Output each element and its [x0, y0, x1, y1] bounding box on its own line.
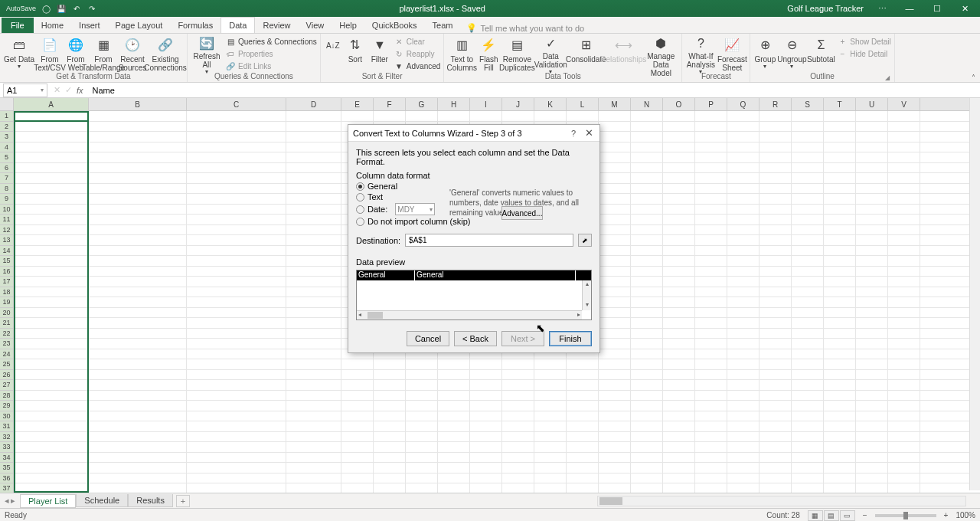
cell[interactable]: [187, 163, 286, 173]
cell[interactable]: [286, 308, 341, 318]
cell[interactable]: [695, 483, 727, 493]
cell[interactable]: [856, 329, 888, 339]
cell[interactable]: [14, 184, 89, 194]
cell[interactable]: [631, 256, 663, 266]
view-page-break-icon[interactable]: ▭: [840, 510, 855, 521]
cell[interactable]: [824, 246, 856, 256]
cell[interactable]: [663, 329, 695, 339]
cell[interactable]: [599, 473, 631, 483]
cell[interactable]: [286, 267, 341, 277]
cell[interactable]: [599, 308, 631, 318]
cell[interactable]: [286, 215, 341, 224]
cell[interactable]: [89, 267, 187, 277]
cell[interactable]: [631, 225, 663, 235]
cell[interactable]: [470, 432, 502, 442]
cell[interactable]: [286, 143, 341, 152]
cell[interactable]: [599, 483, 631, 493]
cell[interactable]: [824, 225, 856, 235]
cell[interactable]: [502, 483, 534, 493]
tab-page-layout[interactable]: Page Layout: [108, 18, 171, 33]
cell[interactable]: [438, 432, 470, 442]
ungroup-button[interactable]: ⊖Ungroup▾: [778, 35, 805, 72]
row-header[interactable]: 18: [0, 287, 13, 298]
cell[interactable]: [727, 256, 760, 266]
cell[interactable]: [888, 194, 920, 204]
cell[interactable]: [286, 318, 341, 328]
cell[interactable]: [438, 370, 470, 380]
cell[interactable]: [89, 111, 187, 121]
cell[interactable]: [824, 370, 856, 380]
cell[interactable]: [599, 411, 631, 421]
cell[interactable]: [792, 349, 824, 359]
cell[interactable]: [856, 359, 888, 369]
tab-review[interactable]: Review: [255, 18, 298, 33]
cell[interactable]: [187, 132, 286, 142]
cell[interactable]: [286, 132, 341, 142]
column-header[interactable]: T: [824, 98, 856, 110]
cell[interactable]: [856, 194, 888, 204]
cell[interactable]: [187, 411, 286, 421]
clear-button[interactable]: ✕Clear: [394, 35, 440, 48]
cell[interactable]: [727, 453, 760, 463]
cell[interactable]: [760, 246, 792, 256]
cell[interactable]: [341, 432, 374, 442]
cell[interactable]: [406, 359, 438, 369]
cell[interactable]: [187, 453, 286, 463]
cell[interactable]: [727, 432, 760, 442]
group-button[interactable]: ⊕Group▾: [753, 35, 776, 72]
column-header[interactable]: V: [888, 98, 920, 110]
cell[interactable]: [631, 235, 663, 245]
cell[interactable]: [695, 401, 727, 411]
cell[interactable]: [663, 453, 695, 463]
tab-team[interactable]: Team: [425, 18, 461, 33]
cell[interactable]: [695, 225, 727, 235]
horizontal-scrollbar[interactable]: [597, 496, 966, 506]
row-header[interactable]: 22: [0, 329, 13, 339]
cell[interactable]: [663, 421, 695, 431]
column-header[interactable]: D: [286, 98, 341, 110]
cell[interactable]: [760, 308, 792, 318]
cell[interactable]: [760, 463, 792, 473]
cell[interactable]: [663, 205, 695, 215]
cell[interactable]: [286, 122, 341, 132]
cell[interactable]: [89, 256, 187, 266]
cell[interactable]: [631, 370, 663, 380]
formula-input[interactable]: [90, 86, 980, 95]
cell[interactable]: [438, 473, 470, 483]
cell[interactable]: [824, 235, 856, 245]
cell[interactable]: [14, 432, 89, 442]
cell[interactable]: [187, 287, 286, 297]
cell[interactable]: [89, 277, 187, 287]
cell[interactable]: [631, 205, 663, 215]
cell[interactable]: [792, 359, 824, 369]
cell[interactable]: [631, 339, 663, 349]
cell[interactable]: [286, 473, 341, 483]
column-header[interactable]: G: [406, 98, 438, 110]
cell[interactable]: [286, 329, 341, 339]
cell[interactable]: [89, 329, 187, 339]
cell[interactable]: [631, 442, 663, 452]
preview-h-scrollbar[interactable]: ◂ ▸: [357, 310, 582, 319]
cell[interactable]: [631, 215, 663, 224]
cell[interactable]: [599, 267, 631, 277]
cell[interactable]: [695, 370, 727, 380]
cell[interactable]: [89, 483, 187, 493]
column-header[interactable]: E: [341, 98, 374, 110]
cell[interactable]: [470, 411, 502, 421]
cell[interactable]: [824, 122, 856, 132]
cell[interactable]: [663, 483, 695, 493]
cell[interactable]: [792, 184, 824, 194]
cell[interactable]: [502, 380, 534, 390]
row-header[interactable]: 10: [0, 205, 13, 215]
back-button[interactable]: < Back: [454, 331, 497, 346]
row-header[interactable]: 34: [0, 453, 13, 464]
cell[interactable]: [438, 380, 470, 390]
cell[interactable]: [341, 370, 374, 380]
cell[interactable]: [438, 391, 470, 401]
cell[interactable]: [760, 401, 792, 411]
cell[interactable]: [599, 359, 631, 369]
cell[interactable]: [89, 215, 187, 224]
cell[interactable]: [824, 277, 856, 287]
cell[interactable]: [663, 246, 695, 256]
cell[interactable]: [888, 463, 920, 473]
